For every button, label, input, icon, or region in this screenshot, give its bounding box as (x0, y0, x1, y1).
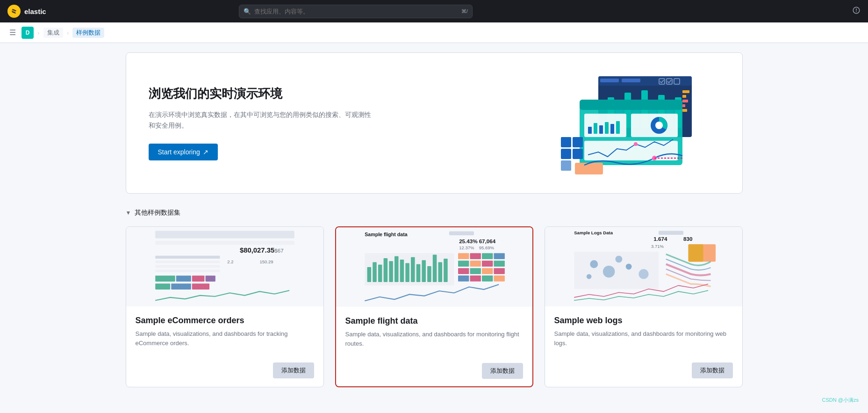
svg-rect-49 (155, 256, 220, 259)
svg-text:Sample Logs Data: Sample Logs Data (574, 230, 613, 235)
svg-rect-19 (682, 100, 688, 102)
settings-icon[interactable] (852, 6, 861, 17)
elastic-logo[interactable]: elastic (7, 5, 46, 18)
svg-rect-17 (682, 90, 689, 93)
weblogs-title: Sample web logs (554, 316, 733, 326)
svg-rect-21 (682, 109, 687, 112)
weblogs-card-body: Sample web logs Sample data, visualizati… (545, 306, 742, 362)
svg-point-112 (625, 264, 631, 270)
weblogs-desc: Sample data, visualizations, and dashboa… (554, 329, 733, 348)
svg-rect-39 (573, 149, 583, 159)
svg-rect-74 (389, 261, 393, 282)
svg-rect-46 (155, 241, 294, 245)
svg-text:95.69%: 95.69% (479, 245, 494, 250)
svg-rect-59 (155, 283, 170, 290)
search-shortcut: ⌘/ (461, 8, 468, 14)
svg-point-34 (655, 122, 663, 129)
svg-rect-20 (682, 104, 685, 107)
svg-rect-57 (192, 275, 204, 282)
weblogs-footer: 添加数据 (545, 362, 742, 386)
svg-rect-61 (192, 283, 209, 290)
svg-rect-3 (600, 79, 619, 82)
svg-rect-94 (470, 268, 481, 274)
start-exploring-button[interactable]: Start exploring ↗ (149, 144, 218, 160)
svg-rect-103 (658, 231, 683, 235)
breadcrumb-bar: ☰ D › 集成 › 样例数据 (0, 22, 868, 43)
breadcrumb-item-sample-data[interactable]: 样例数据 (72, 28, 104, 38)
svg-rect-89 (458, 261, 469, 267)
search-bar[interactable]: 🔍 ⌘/ (239, 5, 473, 18)
weblogs-card: Sample Logs Data 1.674 830 3.71% (545, 226, 743, 387)
section-title: 其他样例数据集 (135, 209, 180, 217)
svg-point-111 (603, 266, 615, 278)
svg-rect-107 (688, 244, 703, 261)
svg-rect-79 (416, 264, 420, 282)
svg-text:150.29: 150.29 (259, 259, 273, 264)
svg-text:830: 830 (683, 236, 693, 242)
svg-rect-50 (155, 261, 220, 263)
svg-rect-29 (599, 125, 603, 134)
svg-text:$80,027.35: $80,027.35 (239, 246, 274, 254)
svg-rect-32 (616, 121, 620, 134)
svg-rect-82 (432, 254, 437, 282)
svg-rect-87 (482, 253, 493, 259)
svg-rect-97 (458, 275, 469, 282)
weblogs-add-button[interactable]: 添加数据 (692, 362, 733, 378)
svg-rect-85 (458, 253, 469, 259)
svg-rect-98 (470, 275, 481, 282)
svg-rect-76 (400, 260, 404, 282)
svg-rect-71 (373, 262, 377, 282)
flights-title: Sample flight data (345, 316, 523, 326)
svg-rect-72 (378, 265, 382, 282)
svg-rect-64 (449, 232, 473, 236)
svg-rect-41 (575, 163, 603, 174)
flights-desc: Sample data, visualizations, and dashboa… (345, 330, 523, 348)
svg-text:12.37%: 12.37% (459, 245, 474, 250)
svg-rect-75 (395, 256, 399, 282)
svg-rect-40 (561, 160, 571, 171)
svg-text:Sample flight data: Sample flight data (365, 232, 407, 237)
svg-rect-81 (427, 266, 431, 282)
svg-rect-56 (176, 275, 191, 282)
svg-rect-100 (494, 275, 504, 282)
hero-card: 浏览我们的实时演示环境 在演示环境中浏览真实数据，在其中可浏览与您的用例类似的搜… (126, 52, 743, 194)
breadcrumb-item-integration[interactable]: 集成 (43, 28, 63, 38)
hero-description: 在演示环境中浏览真实数据，在其中可浏览与您的用例类似的搜索、可观测性和安全用例。 (149, 109, 373, 130)
ecommerce-add-button[interactable]: 添加数据 (273, 362, 314, 378)
svg-text:3.71%: 3.71% (651, 244, 664, 249)
search-icon: 🔍 (244, 8, 251, 15)
top-navigation: elastic 🔍 ⌘/ (0, 0, 868, 22)
breadcrumb-separator: › (37, 29, 40, 36)
svg-rect-83 (438, 262, 442, 282)
svg-point-110 (590, 260, 598, 268)
hamburger-menu[interactable]: ☰ (7, 26, 18, 39)
elastic-logo-icon (7, 5, 21, 18)
hero-text: 浏览我们的实时演示环境 在演示环境中浏览真实数据，在其中可浏览与您的用例类似的搜… (149, 86, 373, 160)
svg-rect-45 (155, 231, 294, 239)
svg-text:67,064: 67,064 (479, 238, 495, 244)
svg-rect-31 (610, 124, 614, 134)
svg-text:2.2: 2.2 (227, 259, 233, 264)
svg-text:1.674: 1.674 (653, 236, 667, 242)
svg-point-114 (586, 274, 591, 279)
section-header[interactable]: ▼ 其他样例数据集 (126, 209, 743, 217)
svg-rect-70 (367, 267, 371, 282)
svg-point-115 (615, 256, 622, 263)
svg-rect-52 (155, 269, 220, 272)
svg-rect-92 (494, 261, 504, 267)
search-input[interactable] (239, 5, 473, 18)
svg-rect-90 (470, 261, 481, 267)
flights-footer: 添加数据 (336, 363, 532, 386)
ecommerce-title: Sample eCommerce orders (136, 316, 314, 326)
avatar: D (22, 27, 34, 39)
svg-rect-84 (444, 259, 448, 282)
svg-rect-27 (588, 127, 592, 134)
weblogs-preview: Sample Logs Data 1.674 830 3.71% (545, 227, 742, 306)
svg-rect-96 (494, 268, 504, 274)
svg-rect-88 (494, 253, 504, 259)
svg-rect-95 (482, 268, 493, 274)
collapse-chevron-icon: ▼ (126, 210, 131, 216)
hero-illustration (561, 72, 720, 174)
flights-add-button[interactable]: 添加数据 (482, 363, 523, 379)
breadcrumb-separator-2: › (67, 29, 69, 36)
